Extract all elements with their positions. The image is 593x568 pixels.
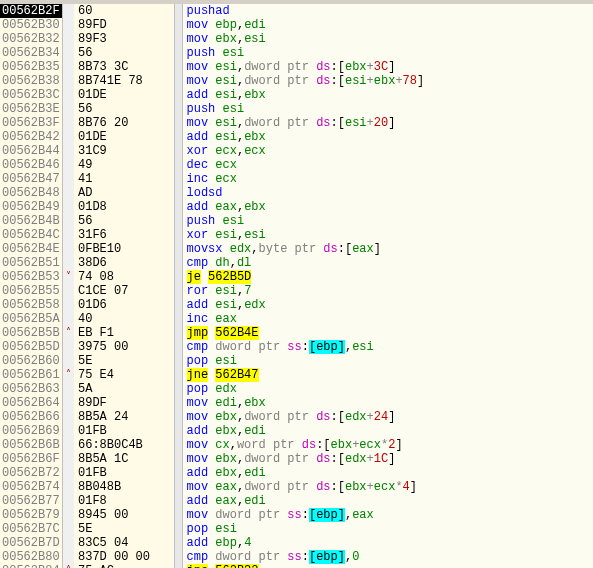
disasm-row[interactable]: 00562B635Apop edx (0, 382, 593, 396)
bytes-cell[interactable]: C1CE 07 (74, 284, 174, 298)
disasm-row[interactable]: 00562B3E56push esi (0, 102, 593, 116)
disassembly-cell[interactable]: jmp 562B4E (182, 326, 593, 340)
bytes-cell[interactable]: 41 (74, 172, 174, 186)
disassembly-cell[interactable]: add eax,edi (182, 494, 593, 508)
bytes-cell[interactable]: 75 E4 (74, 368, 174, 382)
bytes-cell[interactable]: 31C9 (74, 144, 174, 158)
bytes-cell[interactable]: 60 (74, 4, 174, 18)
bytes-cell[interactable]: 01F8 (74, 494, 174, 508)
bytes-cell[interactable]: 0FBE10 (74, 242, 174, 256)
bytes-cell[interactable]: 01FB (74, 466, 174, 480)
address-cell[interactable]: 00562B47 (0, 172, 62, 186)
disassembly-cell[interactable]: ror esi,7 (182, 284, 593, 298)
address-cell[interactable]: 00562B63 (0, 382, 62, 396)
address-cell[interactable]: 00562B69 (0, 424, 62, 438)
disasm-row[interactable]: 00562B358B73 3Cmov esi,dword ptr ds:[ebx… (0, 60, 593, 74)
bytes-cell[interactable]: 56 (74, 102, 174, 116)
address-cell[interactable]: 00562B2F (0, 4, 62, 18)
disassembly-cell[interactable]: xor esi,esi (182, 228, 593, 242)
bytes-cell[interactable]: 8945 00 (74, 508, 174, 522)
disasm-row[interactable]: 00562B48ADlodsd (0, 186, 593, 200)
disasm-row[interactable]: 00562B4201DEadd esi,ebx (0, 130, 593, 144)
bytes-cell[interactable]: 5E (74, 354, 174, 368)
disasm-row[interactable]: 00562B6F8B5A 1Cmov ebx,dword ptr ds:[edx… (0, 452, 593, 466)
address-cell[interactable]: 00562B5A (0, 312, 62, 326)
disasm-row[interactable]: 00562B3456push esi (0, 46, 593, 60)
disassembly-cell[interactable]: push esi (182, 102, 593, 116)
bytes-cell[interactable]: EB F1 (74, 326, 174, 340)
disassembly-cell[interactable]: mov ebx,esi (182, 32, 593, 46)
address-cell[interactable]: 00562B80 (0, 550, 62, 564)
bytes-cell[interactable]: 3975 00 (74, 340, 174, 354)
address-cell[interactable]: 00562B44 (0, 144, 62, 158)
address-cell[interactable]: 00562B3E (0, 102, 62, 116)
address-cell[interactable]: 00562B64 (0, 396, 62, 410)
bytes-cell[interactable]: 89F3 (74, 32, 174, 46)
address-cell[interactable]: 00562B53 (0, 270, 62, 284)
address-cell[interactable]: 00562B77 (0, 494, 62, 508)
disassembly-cell[interactable]: je 562B5D (182, 270, 593, 284)
disasm-row[interactable]: 00562B3289F3mov ebx,esi (0, 32, 593, 46)
disasm-row[interactable]: 00562B3F8B76 20mov esi,dword ptr ds:[esi… (0, 116, 593, 130)
disassembly-cell[interactable]: add esi,ebx (182, 88, 593, 102)
bytes-cell[interactable]: 5A (74, 382, 174, 396)
address-cell[interactable]: 00562B4C (0, 228, 62, 242)
bytes-cell[interactable]: 8B741E 78 (74, 74, 174, 88)
disassembly-cell[interactable]: mov ebx,dword ptr ds:[edx+1C] (182, 452, 593, 466)
disasm-row[interactable]: 00562B53˅74 08je 562B5D (0, 270, 593, 284)
disasm-row[interactable]: 00562B605Epop esi (0, 354, 593, 368)
bytes-cell[interactable]: AD (74, 186, 174, 200)
bytes-cell[interactable]: 66:8B0C4B (74, 438, 174, 452)
disassembly-cell[interactable]: pop edx (182, 382, 593, 396)
address-cell[interactable]: 00562B7D (0, 536, 62, 550)
address-cell[interactable]: 00562B3F (0, 116, 62, 130)
disassembly-cell[interactable]: lodsd (182, 186, 593, 200)
disasm-row[interactable]: 00562B668B5A 24mov ebx,dword ptr ds:[edx… (0, 410, 593, 424)
disassembly-cell[interactable]: mov esi,dword ptr ds:[ebx+3C] (182, 60, 593, 74)
disasm-row[interactable]: 00562B2F60pushad (0, 4, 593, 18)
disassembly-cell[interactable]: mov esi,dword ptr ds:[esi+20] (182, 116, 593, 130)
disasm-row[interactable]: 00562B6B66:8B0C4Bmov cx,word ptr ds:[ebx… (0, 438, 593, 452)
disassembly-cell[interactable]: mov esi,dword ptr ds:[esi+ebx+78] (182, 74, 593, 88)
address-cell[interactable]: 00562B7C (0, 522, 62, 536)
disasm-row[interactable]: 00562B5138D6cmp dh,dl (0, 256, 593, 270)
disasm-row[interactable]: 00562B5A40inc eax (0, 312, 593, 326)
disassembly-cell[interactable]: movsx edx,byte ptr ds:[eax] (182, 242, 593, 256)
address-cell[interactable]: 00562B66 (0, 410, 62, 424)
bytes-cell[interactable]: 01DE (74, 88, 174, 102)
disassembly-cell[interactable]: mov ebp,edi (182, 18, 593, 32)
disassembly-cell[interactable]: mov eax,dword ptr ds:[ebx+ecx*4] (182, 480, 593, 494)
address-cell[interactable]: 00562B35 (0, 60, 62, 74)
disasm-row[interactable]: 00562B55C1CE 07ror esi,7 (0, 284, 593, 298)
disasm-row[interactable]: 00562B4E0FBE10movsx edx,byte ptr ds:[eax… (0, 242, 593, 256)
bytes-cell[interactable]: 56 (74, 46, 174, 60)
address-cell[interactable]: 00562B60 (0, 354, 62, 368)
disasm-row[interactable]: 00562B5B˄EB F1jmp 562B4E (0, 326, 593, 340)
disasm-row[interactable]: 00562B4B56push esi (0, 214, 593, 228)
disassembly-cell[interactable]: add ebx,edi (182, 424, 593, 438)
address-cell[interactable]: 00562B4E (0, 242, 62, 256)
disassembly-cell[interactable]: jne 562B47 (182, 368, 593, 382)
bytes-cell[interactable]: 8B5A 1C (74, 452, 174, 466)
disassembly-cell[interactable]: pushad (182, 4, 593, 18)
disasm-row[interactable]: 00562B3C01DEadd esi,ebx (0, 88, 593, 102)
disasm-row[interactable]: 00562B7701F8add eax,edi (0, 494, 593, 508)
bytes-cell[interactable]: 74 08 (74, 270, 174, 284)
disassembly-cell[interactable]: inc eax (182, 312, 593, 326)
disassembly-cell[interactable]: cmp dword ptr ss:[ebp],esi (182, 340, 593, 354)
disassembly-cell[interactable]: dec ecx (182, 158, 593, 172)
disasm-row[interactable]: 00562B6489DFmov edi,ebx (0, 396, 593, 410)
disassembly-cell[interactable]: add esi,ebx (182, 130, 593, 144)
disassembly-cell[interactable]: pop esi (182, 522, 593, 536)
disasm-row[interactable]: 00562B7D83C5 04add ebp,4 (0, 536, 593, 550)
disassembly-cell[interactable]: mov cx,word ptr ds:[ebx+ecx*2] (182, 438, 593, 452)
disassembly-cell[interactable]: pop esi (182, 354, 593, 368)
disasm-row[interactable]: 00562B388B741E 78mov esi,dword ptr ds:[e… (0, 74, 593, 88)
bytes-cell[interactable]: 56 (74, 214, 174, 228)
bytes-cell[interactable]: 49 (74, 158, 174, 172)
address-cell[interactable]: 00562B6F (0, 452, 62, 466)
address-cell[interactable]: 00562B55 (0, 284, 62, 298)
disasm-row[interactable]: 00562B6901FBadd ebx,edi (0, 424, 593, 438)
address-cell[interactable]: 00562B38 (0, 74, 62, 88)
bytes-cell[interactable]: 5E (74, 522, 174, 536)
